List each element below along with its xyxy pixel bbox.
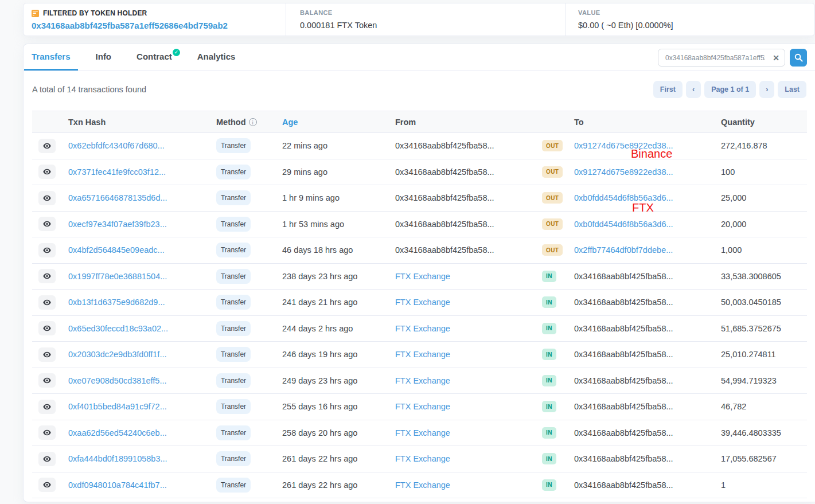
to-address[interactable]: 0xb0fdd454d6f8b56a3d6... xyxy=(574,193,673,202)
quantity-value: 17,055.682567 xyxy=(721,454,807,463)
age-value: 29 mins ago xyxy=(282,167,395,177)
txn-hash-link[interactable]: 0xdf0948010a784c41fb7... xyxy=(68,480,167,490)
eye-button[interactable] xyxy=(38,373,56,388)
to-address[interactable]: 0xb0fdd454d6f8b56a3d6... xyxy=(574,220,673,229)
quantity-value: 100 xyxy=(721,167,807,177)
eye-button[interactable] xyxy=(38,425,56,440)
from-address[interactable]: FTX Exchange xyxy=(395,376,450,385)
search-input[interactable] xyxy=(658,54,767,62)
txn-hash-link[interactable]: 0x20303dc2e9db3fd0ff1f... xyxy=(68,350,166,359)
pagination-prev-button[interactable]: ‹ xyxy=(686,81,701,98)
filtered-by-label-row: FILTERED BY TOKEN HOLDER xyxy=(32,9,286,17)
tab-analytics[interactable]: Analytics xyxy=(190,44,243,71)
to-address[interactable]: 0x91274d675e8922ed38... xyxy=(574,167,673,177)
eye-button[interactable] xyxy=(38,478,56,492)
txn-hash-link[interactable]: 0xf401b5bed84a91c9f72... xyxy=(68,402,167,411)
pagination-last-button[interactable]: Last xyxy=(778,81,806,98)
from-address[interactable]: FTX Exchange xyxy=(395,428,450,437)
direction-badge: IN xyxy=(542,271,556,282)
eye-button[interactable] xyxy=(38,217,56,231)
to-address: 0x34168aab8bf425fba58... xyxy=(574,480,673,490)
txn-hash-link[interactable]: 0x65ed30feccd18c93a02... xyxy=(68,324,168,333)
quantity-value: 46,782 xyxy=(721,402,807,411)
info-icon[interactable]: i xyxy=(249,118,257,126)
to-address[interactable]: 0x2ffb77464df0bf7ddebe... xyxy=(574,245,673,255)
eye-button[interactable] xyxy=(38,347,56,362)
from-address[interactable]: FTX Exchange xyxy=(395,480,450,490)
eye-cell xyxy=(32,425,68,440)
eye-icon xyxy=(43,429,51,436)
from-address[interactable]: FTX Exchange xyxy=(395,298,450,307)
filtered-by-section: FILTERED BY TOKEN HOLDER 0x34168aab8bf42… xyxy=(24,3,286,36)
search-button[interactable] xyxy=(790,49,807,67)
eye-button[interactable] xyxy=(38,400,56,414)
table-row: 0xb13f1d6375e9d682d9... Transfer 241 day… xyxy=(32,290,807,316)
eye-cell xyxy=(32,373,68,388)
eye-button[interactable] xyxy=(38,269,56,283)
eye-cell xyxy=(32,243,68,257)
txn-hash-link[interactable]: 0xfa444bd0f18991058b3... xyxy=(68,454,167,463)
eye-icon xyxy=(43,273,51,279)
txn-hash-link[interactable]: 0x62ebfdfc4340f67d680... xyxy=(68,141,165,150)
age-value: 261 days 22 hrs ago xyxy=(282,454,395,463)
from-address[interactable]: FTX Exchange xyxy=(395,454,450,463)
from-address[interactable]: FTX Exchange xyxy=(395,402,450,411)
close-icon: ✕ xyxy=(773,53,779,62)
eye-button[interactable] xyxy=(38,321,56,335)
eye-cell xyxy=(32,452,68,466)
eye-button[interactable] xyxy=(38,191,56,205)
clear-search-button[interactable]: ✕ xyxy=(767,49,785,66)
token-holder-address-link[interactable]: 0x34168aab8bf425fba587a1eff52686e4bd759a… xyxy=(32,21,228,30)
tab-contract[interactable]: Contract ✓ xyxy=(129,44,180,71)
to-address: 0x34168aab8bf425fba58... xyxy=(574,272,673,281)
pagination-first-button[interactable]: First xyxy=(653,81,683,98)
tab-info[interactable]: Info xyxy=(88,44,119,71)
eye-icon xyxy=(43,377,51,384)
txn-hash-link[interactable]: 0x1997ff78e0e36881504... xyxy=(68,272,167,281)
balance-section: BALANCE 0.000181 FTX Token xyxy=(286,3,566,36)
table-row: 0xe07e908d50cd381eff5... Transfer 249 da… xyxy=(32,368,807,394)
col-header-age[interactable]: Age xyxy=(282,118,395,127)
from-address: 0x34168aab8bf425fba58... xyxy=(395,193,494,202)
to-address: 0x34168aab8bf425fba58... xyxy=(574,402,673,411)
txn-hash-link[interactable]: 0xe07e908d50cd381eff5... xyxy=(68,376,166,385)
txn-hash-link[interactable]: 0xa65716646878135d6d... xyxy=(68,193,167,202)
eye-cell xyxy=(32,347,68,362)
eye-button[interactable] xyxy=(38,452,56,466)
method-badge: Transfer xyxy=(216,425,251,440)
direction-badge: IN xyxy=(542,349,556,360)
eye-button[interactable] xyxy=(38,295,56,310)
col-header-from: From xyxy=(395,118,542,127)
tab-analytics-label: Analytics xyxy=(197,52,236,61)
tab-contract-label: Contract xyxy=(137,52,172,61)
eye-cell xyxy=(32,269,68,283)
method-badge: Transfer xyxy=(216,269,251,284)
txn-hash-link[interactable]: 0xaa62d56ed54240c6eb... xyxy=(68,428,167,437)
pagination-next-button[interactable]: › xyxy=(759,81,774,98)
txn-hash-link[interactable]: 0xb13f1d6375e9d682d9... xyxy=(68,298,165,307)
txn-hash-link[interactable]: 0xecf97e34f07aef39fb23... xyxy=(68,220,167,229)
to-address[interactable]: 0x91274d675e8922ed38... xyxy=(574,141,673,150)
txn-hash-link[interactable]: 0x4bf2d564845e09eadc... xyxy=(68,245,165,255)
table-row: 0x4bf2d564845e09eadc... Transfer 46 days… xyxy=(32,237,807,264)
table-header-row: Txn Hash Methodi Age From To Quantity xyxy=(32,111,807,133)
eye-icon xyxy=(43,221,51,227)
age-value: 244 days 2 hrs ago xyxy=(282,324,395,333)
quantity-value: 1,000 xyxy=(721,245,807,255)
from-address[interactable]: FTX Exchange xyxy=(395,272,450,281)
direction-badge: IN xyxy=(542,296,556,308)
eye-button[interactable] xyxy=(38,139,56,153)
txn-hash-link[interactable]: 0x7371fec41fe9fcc03f12... xyxy=(68,167,166,177)
search-area: ✕ xyxy=(658,49,807,67)
eye-cell xyxy=(32,478,68,492)
from-address[interactable]: FTX Exchange xyxy=(395,324,450,333)
from-address[interactable]: FTX Exchange xyxy=(395,350,450,359)
quantity-value: 51,685.3752675 xyxy=(721,324,807,333)
method-badge: Transfer xyxy=(216,399,251,414)
table-row: 0xfa444bd0f18991058b3... Transfer 261 da… xyxy=(32,446,807,472)
eye-button[interactable] xyxy=(38,165,56,179)
tab-transfers[interactable]: Transfers xyxy=(24,44,78,71)
eye-button[interactable] xyxy=(38,243,56,257)
eye-cell xyxy=(32,295,68,310)
from-address: 0x34168aab8bf425fba58... xyxy=(395,245,494,255)
